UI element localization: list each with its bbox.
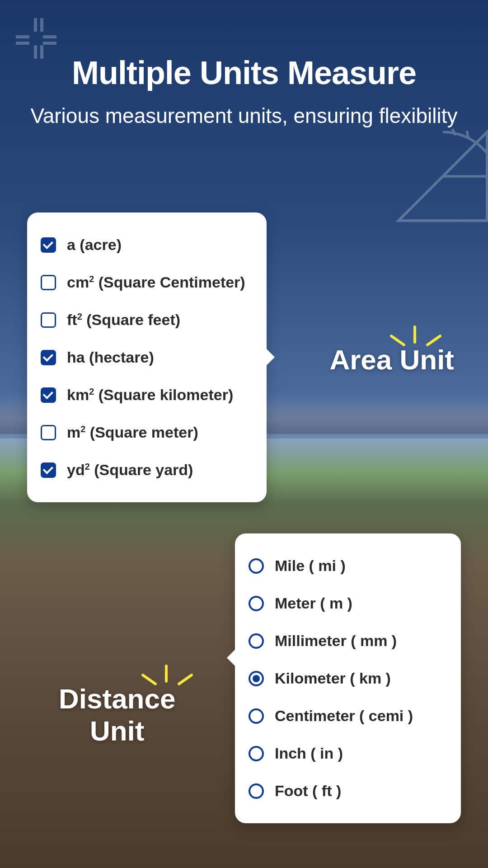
radio[interactable] xyxy=(249,671,264,686)
page-subtitle: Various measurement units, ensuring flex… xyxy=(0,103,488,130)
radio[interactable] xyxy=(249,783,264,799)
radio[interactable] xyxy=(249,633,264,649)
checkbox[interactable] xyxy=(41,312,56,328)
area-unit-option[interactable]: km2 (Square kilometer) xyxy=(41,376,253,414)
svg-line-4 xyxy=(467,131,468,137)
radio[interactable] xyxy=(249,558,264,574)
distance-unit-option[interactable]: Meter ( m ) xyxy=(249,585,447,622)
distance-unit-option[interactable]: Millimeter ( mm ) xyxy=(249,622,447,660)
card-pointer-icon xyxy=(266,348,275,366)
area-unit-option[interactable]: m2 (Square meter) xyxy=(41,414,253,451)
option-label: Mile ( mi ) xyxy=(275,557,346,575)
option-label: yd2 (Square yard) xyxy=(67,461,193,479)
distance-unit-option[interactable]: Centimeter ( cemi ) xyxy=(249,697,447,735)
area-units-card: a (acre)cm2 (Square Centimeter)ft2 (Squa… xyxy=(27,212,267,502)
checkbox[interactable] xyxy=(41,387,56,403)
area-unit-option[interactable]: yd2 (Square yard) xyxy=(41,451,253,489)
distance-unit-option[interactable]: Kilometer ( km ) xyxy=(249,660,447,697)
option-label: km2 (Square kilometer) xyxy=(67,386,233,404)
checkbox[interactable] xyxy=(41,275,56,290)
option-label: Meter ( m ) xyxy=(275,594,352,612)
distance-units-card: Mile ( mi )Meter ( m )Millimeter ( mm )K… xyxy=(235,533,461,823)
option-label: ft2 (Square feet) xyxy=(67,311,180,329)
option-label: Kilometer ( km ) xyxy=(275,670,391,687)
card-pointer-icon xyxy=(227,649,236,667)
checkbox[interactable] xyxy=(41,462,56,478)
radio[interactable] xyxy=(249,746,264,761)
area-unit-option[interactable]: cm2 (Square Centimeter) xyxy=(41,264,253,301)
svg-line-3 xyxy=(452,129,455,135)
distance-unit-heading: Distance Unit xyxy=(59,683,175,747)
option-label: Foot ( ft ) xyxy=(275,782,341,800)
area-unit-option[interactable]: ha (hectare) xyxy=(41,339,253,376)
radio[interactable] xyxy=(249,708,264,724)
checkbox[interactable] xyxy=(41,425,56,440)
option-label: Millimeter ( mm ) xyxy=(275,632,397,650)
option-label: cm2 (Square Centimeter) xyxy=(67,274,245,291)
option-label: Inch ( in ) xyxy=(275,745,343,762)
radio[interactable] xyxy=(249,596,264,611)
area-unit-option[interactable]: a (acre) xyxy=(41,226,253,264)
svg-line-5 xyxy=(443,132,487,176)
checkbox[interactable] xyxy=(41,237,56,253)
distance-unit-option[interactable]: Inch ( in ) xyxy=(249,735,447,772)
checkbox[interactable] xyxy=(41,350,56,365)
protractor-icon xyxy=(380,113,488,240)
option-label: ha (hectare) xyxy=(67,349,154,366)
distance-unit-option[interactable]: Foot ( ft ) xyxy=(249,772,447,810)
page-title: Multiple Units Measure xyxy=(0,54,488,91)
option-label: m2 (Square meter) xyxy=(67,424,198,441)
area-unit-option[interactable]: ft2 (Square feet) xyxy=(41,301,253,339)
area-unit-heading: Area Unit xyxy=(329,344,454,376)
distance-unit-option[interactable]: Mile ( mi ) xyxy=(249,547,447,585)
option-label: Centimeter ( cemi ) xyxy=(275,707,413,725)
option-label: a (acre) xyxy=(67,236,122,254)
